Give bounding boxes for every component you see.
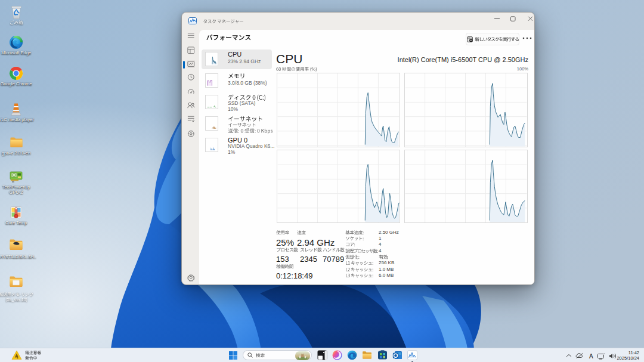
svg-text:A: A: [589, 353, 593, 360]
